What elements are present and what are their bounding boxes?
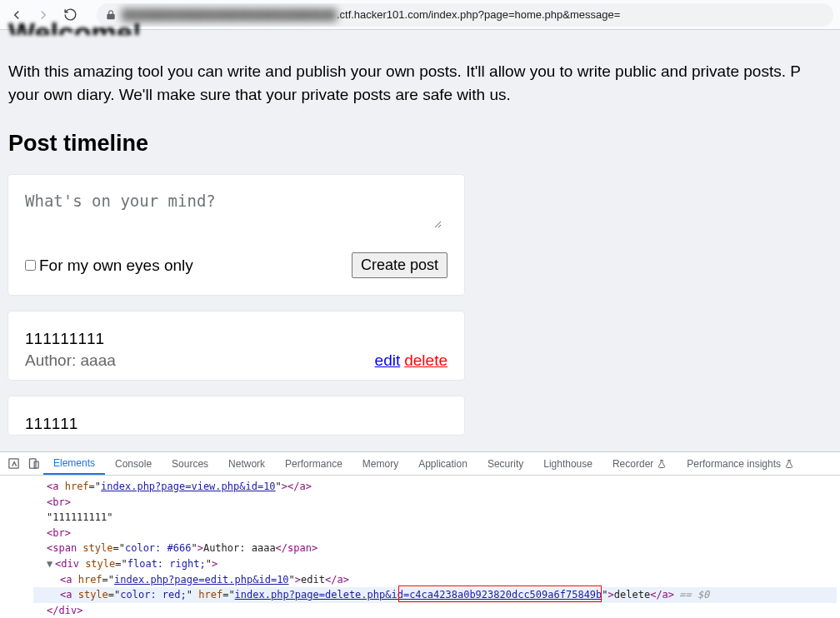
intro-line-2: your own diary. We'll make sure that you… [8, 86, 511, 103]
tab-lighthouse[interactable]: Lighthouse [533, 452, 602, 475]
selected-indicator: == $0 [679, 589, 709, 601]
svg-rect-1 [29, 459, 36, 468]
tab-network[interactable]: Network [218, 452, 275, 475]
dom-line[interactable]: "111111111" [33, 510, 837, 526]
post-title: 111111 [25, 415, 448, 433]
inspect-icon[interactable] [3, 457, 23, 470]
welcome-heading-cut: Welcome! [8, 18, 832, 35]
tab-recorder[interactable]: Recorder [602, 452, 677, 475]
post-author: Author: aaaa [25, 351, 116, 370]
devtools-dom-tree[interactable]: <a href="index.php?page=view.php&id=10">… [0, 476, 840, 618]
dom-line[interactable]: <br> [33, 526, 837, 541]
tab-console[interactable]: Console [105, 452, 162, 475]
create-post-button[interactable]: Create post [352, 252, 448, 278]
post-card-1: 111111111 Author: aaaa edit delete [8, 311, 464, 380]
device-toggle-icon[interactable] [23, 457, 43, 470]
post-card-2: 111111 [8, 396, 464, 435]
tab-elements[interactable]: Elements [43, 452, 105, 475]
page-content: Welcome! With this amazing tool you can … [0, 18, 840, 435]
intro-text: With this amazing tool you can write and… [8, 60, 832, 106]
private-label-text: For my own eyes only [39, 257, 193, 275]
tab-performance[interactable]: Performance [275, 452, 352, 475]
tab-memory[interactable]: Memory [352, 452, 408, 475]
tab-perf-insights[interactable]: Performance insights [677, 452, 804, 475]
tab-application[interactable]: Application [408, 452, 478, 475]
devtools-panel: Elements Console Sources Network Perform… [0, 451, 840, 618]
timeline-heading: Post timeline [8, 131, 832, 157]
post-textarea[interactable] [25, 192, 442, 228]
intro-line-1: With this amazing tool you can write and… [8, 62, 801, 80]
dom-line-selected[interactable]: <a style="color: red;" href="index.php?p… [33, 587, 837, 603]
dom-line[interactable]: </div> [33, 603, 837, 618]
dom-line[interactable]: <a href="index.php?page=view.php&id=10">… [33, 479, 837, 495]
tab-sources[interactable]: Sources [162, 452, 218, 475]
composer-card: For my own eyes only Create post [8, 175, 464, 295]
post-title: 111111111 [25, 330, 448, 348]
post-actions: edit delete [375, 351, 448, 370]
dom-line[interactable]: <br> [33, 495, 837, 511]
flask-icon [784, 459, 794, 469]
flask-icon [657, 459, 667, 469]
edit-link[interactable]: edit [375, 351, 401, 369]
tab-security[interactable]: Security [478, 452, 533, 475]
delete-link[interactable]: delete [404, 351, 448, 369]
private-checkbox-label[interactable]: For my own eyes only [25, 257, 193, 275]
devtools-tabs: Elements Console Sources Network Perform… [0, 452, 840, 476]
highlight-box [398, 586, 602, 602]
dom-line[interactable]: <span style="color: #666">Author: aaaa</… [33, 541, 837, 556]
dom-line[interactable]: ▼<div style="float: right;"> [33, 556, 837, 572]
private-checkbox[interactable] [25, 260, 36, 271]
